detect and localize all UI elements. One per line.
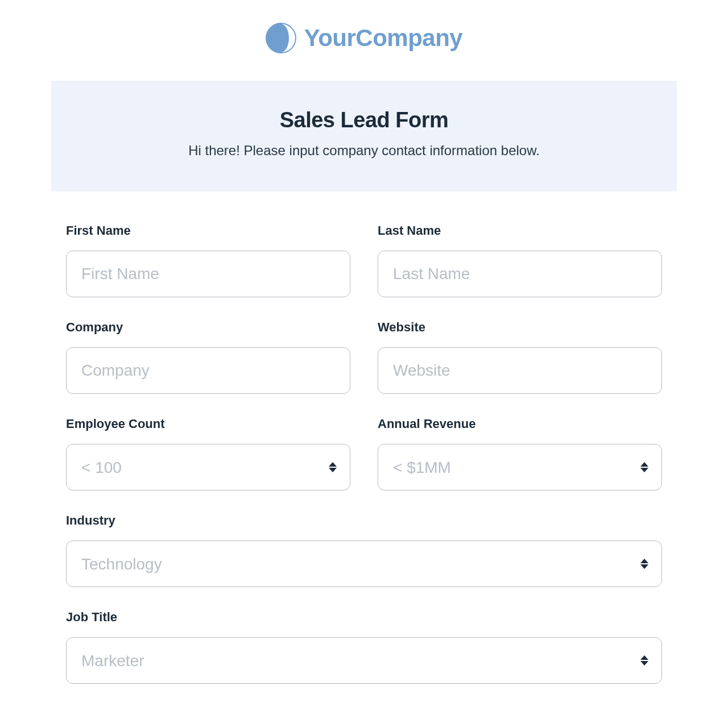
last-name-input[interactable] <box>378 251 662 297</box>
website-input[interactable] <box>378 347 662 394</box>
annual-revenue-select[interactable]: < $1MM <box>378 444 662 490</box>
company-label: Company <box>66 320 350 335</box>
globe-icon <box>266 23 296 53</box>
company-input[interactable] <box>66 347 350 394</box>
form-body: First Name Last Name Company Website Emp… <box>51 223 677 684</box>
industry-label: Industry <box>66 513 662 528</box>
form-header-banner: Sales Lead Form Hi there! Please input c… <box>51 81 677 192</box>
job-title-select[interactable]: Marketer <box>66 637 662 684</box>
website-label: Website <box>378 320 662 335</box>
form-title: Sales Lead Form <box>63 108 665 132</box>
job-title-label: Job Title <box>66 610 662 625</box>
form-subtitle: Hi there! Please input company contact i… <box>63 143 665 159</box>
annual-revenue-label: Annual Revenue <box>378 417 662 431</box>
last-name-label: Last Name <box>378 223 662 238</box>
logo-text: YourCompany <box>304 24 462 52</box>
first-name-input[interactable] <box>66 251 350 297</box>
industry-select[interactable]: Technology <box>66 541 662 587</box>
first-name-label: First Name <box>66 223 350 238</box>
employee-count-label: Employee Count <box>66 417 350 431</box>
employee-count-select[interactable]: < 100 <box>66 444 350 490</box>
logo-section: YourCompany <box>51 23 677 53</box>
